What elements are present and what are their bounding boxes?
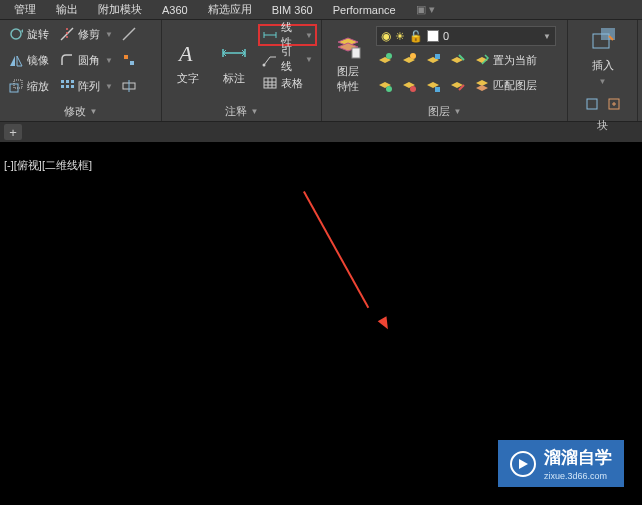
- watermark-logo-icon: [510, 451, 536, 477]
- new-tab-button[interactable]: +: [4, 124, 22, 140]
- chevron-down-icon: ▼: [251, 107, 259, 116]
- array-button[interactable]: 阵列 ▼: [55, 75, 117, 97]
- layer-tool-2[interactable]: [400, 51, 418, 69]
- trim-button[interactable]: 修剪 ▼: [55, 23, 117, 45]
- chevron-down-icon: ▼: [305, 55, 313, 64]
- panel-block-title[interactable]: 块: [572, 116, 633, 135]
- rotate-button[interactable]: 旋转: [4, 23, 53, 45]
- insert-icon: [589, 26, 617, 54]
- menu-featured[interactable]: 精选应用: [198, 0, 262, 19]
- rotate-icon: [8, 26, 24, 42]
- watermark-text: 溜溜自学: [544, 446, 612, 469]
- scale-label: 缩放: [27, 79, 49, 94]
- mirror-button[interactable]: 镜像: [4, 49, 53, 71]
- svg-rect-8: [61, 85, 64, 88]
- menu-output[interactable]: 输出: [46, 0, 88, 19]
- svg-rect-7: [71, 80, 74, 83]
- line-icon: [121, 26, 137, 42]
- table-button[interactable]: 表格: [258, 72, 317, 94]
- layer-tool-6[interactable]: [400, 76, 418, 94]
- svg-point-19: [386, 86, 392, 92]
- panel-annotation: A 文字 标注 线性 ▼: [162, 20, 322, 121]
- fillet-icon: [59, 52, 75, 68]
- dimension-label: 标注: [223, 71, 245, 86]
- set-current-icon: [474, 52, 490, 68]
- insert-button[interactable]: 插入 ▼: [581, 22, 625, 90]
- chevron-down-icon: ▼: [599, 77, 607, 86]
- text-icon: A: [174, 39, 202, 67]
- layer-tool-3[interactable]: [424, 51, 442, 69]
- mirror-label: 镜像: [27, 53, 49, 68]
- svg-rect-18: [435, 54, 440, 59]
- explode2-button[interactable]: [119, 49, 139, 71]
- scale-icon: [8, 78, 24, 94]
- stretch-button[interactable]: [119, 75, 139, 97]
- set-current-label: 置为当前: [493, 53, 537, 68]
- fillet-label: 圆角: [78, 53, 100, 68]
- scale-button[interactable]: 缩放: [4, 75, 53, 97]
- layer-value: 0: [443, 30, 539, 42]
- menu-bim360[interactable]: BIM 360: [262, 2, 323, 18]
- svg-point-17: [410, 53, 416, 59]
- layer-tool-5[interactable]: [376, 76, 394, 94]
- panel-layer: 图层 特性 ◉ ☀ 🔓 0 ▼ 置: [322, 20, 568, 121]
- viewport-label[interactable]: [-][俯视][二维线框]: [4, 158, 92, 173]
- rotate-label: 旋转: [27, 27, 49, 42]
- match-layer-icon: [474, 77, 490, 93]
- match-layer-label: 匹配图层: [493, 78, 537, 93]
- layer-tool-8[interactable]: [448, 76, 466, 94]
- stretch-icon: [121, 78, 137, 94]
- menu-manage[interactable]: 管理: [4, 0, 46, 19]
- explode-button[interactable]: [119, 23, 139, 45]
- block-tool-2[interactable]: [605, 95, 623, 113]
- menu-performance[interactable]: Performance: [323, 2, 406, 18]
- annotation-arrow: [303, 191, 369, 308]
- svg-text:A: A: [177, 41, 193, 66]
- leader-icon: [262, 51, 278, 67]
- layer-properties-icon: [334, 32, 362, 60]
- layer-combo[interactable]: ◉ ☀ 🔓 0 ▼: [376, 26, 556, 46]
- block-tool-1[interactable]: [583, 95, 601, 113]
- menu-addons[interactable]: 附加模块: [88, 0, 152, 19]
- layer-tool-4[interactable]: [448, 51, 466, 69]
- sun-icon: ☀: [395, 30, 405, 43]
- lock-icon: 🔓: [409, 30, 423, 43]
- match-layer-button[interactable]: 匹配图层: [472, 74, 541, 96]
- array-label: 阵列: [78, 79, 100, 94]
- menu-a360[interactable]: A360: [152, 2, 198, 18]
- chevron-down-icon: ▼: [90, 107, 98, 116]
- watermark: 溜溜自学 zixue.3d66.com: [498, 440, 624, 487]
- svg-rect-23: [601, 28, 615, 40]
- layer-properties-label: 图层 特性: [337, 64, 359, 94]
- trim-label: 修剪: [78, 27, 100, 42]
- dimension-icon: [220, 39, 248, 67]
- svg-rect-9: [66, 85, 69, 88]
- text-label: 文字: [177, 71, 199, 86]
- set-current-button[interactable]: 置为当前: [472, 49, 541, 71]
- svg-point-20: [410, 86, 416, 92]
- dimension-button[interactable]: 标注: [212, 22, 256, 102]
- menu-expand-icon[interactable]: ▣ ▾: [406, 1, 445, 18]
- insert-label: 插入: [592, 58, 614, 73]
- chevron-down-icon: ▼: [105, 56, 113, 65]
- svg-rect-1: [124, 55, 128, 59]
- svg-point-13: [263, 64, 266, 67]
- panel-layer-title[interactable]: 图层 ▼: [326, 102, 563, 121]
- panel-modify-title[interactable]: 修改 ▼: [4, 102, 157, 121]
- watermark-url: zixue.3d66.com: [544, 471, 612, 481]
- tabstrip: +: [0, 122, 642, 142]
- svg-point-0: [11, 29, 21, 39]
- layer-tool-1[interactable]: [376, 51, 394, 69]
- layer-tool-7[interactable]: [424, 76, 442, 94]
- fillet-button[interactable]: 圆角 ▼: [55, 49, 117, 71]
- text-button[interactable]: A 文字: [166, 22, 210, 102]
- panel-block: 插入 ▼ 块: [568, 20, 638, 121]
- menubar: 管理 输出 附加模块 A360 精选应用 BIM 360 Performance…: [0, 0, 642, 20]
- leader-button[interactable]: 引线 ▼: [258, 48, 317, 70]
- layer-properties-button[interactable]: 图层 特性: [326, 22, 370, 102]
- viewport[interactable]: [-][俯视][二维线框] 溜溜自学 zixue.3d66.com: [0, 142, 642, 505]
- linear-button[interactable]: 线性 ▼: [258, 24, 317, 46]
- chevron-down-icon: ▼: [454, 107, 462, 116]
- panel-annotation-title[interactable]: 注释 ▼: [166, 102, 317, 121]
- ribbon: 旋转 修剪 ▼: [0, 20, 642, 122]
